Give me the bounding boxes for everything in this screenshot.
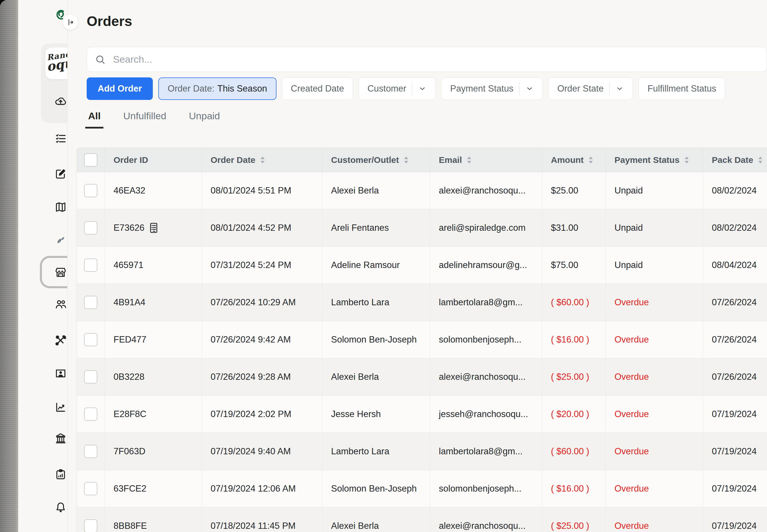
sort-icon[interactable] [588, 156, 594, 164]
sidebar-item-notifications[interactable] [53, 500, 68, 515]
sidebar-item-checklist[interactable] [53, 131, 68, 146]
line-chart-icon [54, 401, 67, 414]
sidebar-item-reports[interactable] [53, 467, 68, 482]
payment-status-cell: Unpaid [606, 172, 703, 209]
desktop-edge-strip [0, 0, 18, 532]
sidebar-item-contacts[interactable] [53, 366, 68, 381]
table-row[interactable]: 63FCE2 07/19/2024 12:06 AM Solomon Ben-J… [77, 470, 767, 507]
payment-status-cell: Overdue [606, 284, 703, 321]
filter-fulfillment-status[interactable]: Fulfillment Status [638, 77, 725, 100]
search-input[interactable] [112, 53, 759, 65]
sidebar-item-analytics[interactable] [53, 399, 68, 415]
pack-date-cell: 07/26/2024 [703, 358, 767, 395]
column-label: Amount [551, 155, 584, 165]
orders-table: Order ID Order Date Customer/Outlet Emai… [77, 148, 767, 532]
amount-cell: $25.00 [542, 172, 606, 209]
table-row[interactable]: 8BB8FE 07/18/2024 11:45 PM Alexei Berla … [77, 507, 767, 532]
amount-cell: ( $16.00 ) [542, 470, 606, 507]
order-id-cell: E73626 [114, 223, 144, 233]
users-icon [54, 298, 67, 310]
table-row[interactable]: E28F8C 07/19/2024 2:02 PM Jesse Hersh je… [77, 396, 767, 433]
table-row[interactable]: 4B91A4 07/26/2024 10:29 AM Lamberto Lara… [77, 284, 767, 321]
filter-label: Fulfillment Status [647, 83, 716, 94]
row-checkbox[interactable] [84, 445, 97, 458]
order-date-cell: 07/26/2024 9:42 AM [202, 321, 322, 358]
customer-cell: Solomon Ben-Joseph [322, 470, 430, 507]
app-window: Ranch oque [0, 0, 767, 532]
table-body: 46EA32 08/01/2024 5:51 PM Alexei Berla a… [77, 172, 767, 532]
column-header-pack-date[interactable]: Pack Date [703, 148, 767, 172]
filter-value: This Season [217, 83, 267, 94]
sidebar-item-tools[interactable] [53, 332, 68, 348]
column-label: Customer/Outlet [331, 155, 399, 165]
collapse-sidebar-button[interactable] [63, 14, 78, 30]
filter-order-date[interactable]: Order Date: This Season [158, 77, 276, 100]
amount-cell: ( $25.00 ) [542, 358, 606, 395]
payment-status-cell: Unpaid [606, 247, 703, 284]
amount-cell: ( $60.00 ) [542, 284, 606, 321]
add-order-button[interactable]: Add Order [87, 77, 153, 100]
sidebar-item-map[interactable] [53, 199, 68, 215]
email-cell: jesseh@ranchosoqu... [430, 396, 542, 433]
amount-cell: ( $60.00 ) [542, 433, 606, 470]
tab-unpaid[interactable]: Unpaid [189, 110, 220, 127]
customer-cell: Alexei Berla [322, 172, 430, 209]
table-row[interactable]: 7F063D 07/19/2024 9:40 AM Lamberto Lara … [77, 433, 767, 470]
row-checkbox[interactable] [84, 482, 97, 495]
filter-payment-status[interactable]: Payment Status [441, 77, 543, 100]
upload-cloud-icon [54, 94, 67, 108]
table-row[interactable]: 465971 07/31/2024 5:24 PM Adeline Ramsou… [77, 247, 767, 284]
column-header-order-id[interactable]: Order ID [105, 148, 202, 172]
customer-cell: Alexei Berla [322, 507, 430, 532]
filter-order-state[interactable]: Order State [548, 77, 633, 100]
customer-cell: Alexei Berla [322, 358, 430, 395]
payment-status-cell: Overdue [606, 470, 703, 507]
row-checkbox[interactable] [84, 221, 97, 235]
filter-customer[interactable]: Customer [359, 77, 436, 100]
sidebar-item-leaf[interactable] [53, 232, 68, 248]
select-all-checkbox[interactable] [84, 153, 97, 167]
sidebar-item-customers[interactable] [53, 296, 68, 312]
row-checkbox[interactable] [84, 519, 97, 532]
expand-arrow-icon [66, 18, 75, 27]
customer-cell: Areli Fentanes [322, 209, 430, 246]
row-checkbox[interactable] [84, 296, 97, 309]
row-checkbox[interactable] [84, 333, 97, 346]
pack-date-cell: 08/02/2024 [703, 172, 767, 209]
sort-icon[interactable] [466, 156, 472, 164]
sidebar-item-storefront[interactable] [53, 265, 68, 280]
tab-all[interactable]: All [88, 110, 101, 127]
sidebar-item-edit[interactable] [53, 166, 68, 182]
column-header-amount[interactable]: Amount [542, 148, 606, 172]
row-checkbox[interactable] [84, 258, 97, 272]
sort-icon[interactable] [259, 156, 266, 164]
table-row[interactable]: 0B3228 07/26/2024 9:28 AM Alexei Berla a… [77, 358, 767, 396]
column-header-customer[interactable]: Customer/Outlet [322, 148, 430, 172]
table-row[interactable]: 46EA32 08/01/2024 5:51 PM Alexei Berla a… [77, 172, 767, 209]
email-cell: alexei@ranchosoqu... [430, 507, 542, 532]
sort-icon[interactable] [684, 156, 690, 164]
sort-icon[interactable] [757, 156, 764, 164]
sort-icon[interactable] [403, 156, 409, 164]
row-checkbox[interactable] [84, 184, 97, 197]
search-bar[interactable] [87, 47, 767, 72]
column-header-order-date[interactable]: Order Date [202, 148, 322, 172]
order-note-icon[interactable] [148, 222, 159, 234]
sidebar-item-bank[interactable] [53, 431, 68, 446]
filter-created-date[interactable]: Created Date [282, 77, 353, 100]
order-date-cell: 07/26/2024 10:29 AM [202, 284, 322, 321]
order-id-cell: 63FCE2 [114, 483, 146, 494]
order-id-cell: E28F8C [114, 409, 146, 419]
column-header-email[interactable]: Email [430, 148, 542, 172]
row-checkbox[interactable] [84, 370, 97, 384]
table-row[interactable]: FED477 07/26/2024 9:42 AM Solomon Ben-Jo… [77, 321, 767, 358]
pack-date-cell: 07/19/2024 [703, 470, 767, 507]
pack-date-cell: 07/19/2024 [703, 433, 767, 470]
column-label: Payment Status [614, 155, 679, 165]
row-checkbox[interactable] [84, 408, 97, 421]
amount-cell: ( $16.00 ) [542, 321, 606, 358]
tab-unfulfilled[interactable]: Unfulfilled [123, 110, 166, 127]
table-row[interactable]: E73626 08/01/2024 4:52 PM Areli Fentanes… [77, 209, 767, 247]
clipboard-chart-icon [54, 468, 67, 481]
column-header-payment-status[interactable]: Payment Status [606, 148, 703, 172]
